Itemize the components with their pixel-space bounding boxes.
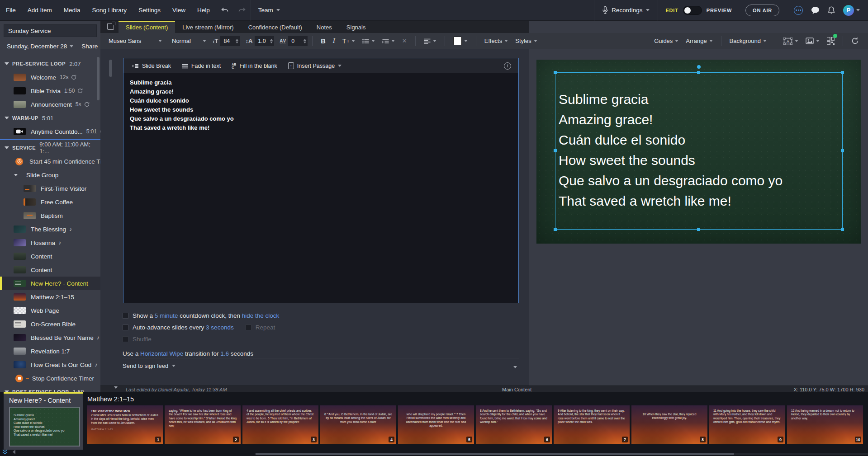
collapse-arrow-icon[interactable]	[5, 117, 9, 119]
slide-thumbnail-10[interactable]: 12 And being warned in a dream not to re…	[787, 405, 863, 444]
font-family-dropdown[interactable]: Museo Sans	[109, 38, 162, 44]
slide-thumbnail-4[interactable]: 6 “‘And you, O Bethlehem, in the land of…	[320, 405, 396, 444]
fade-in-text-button[interactable]: Fade in text	[177, 58, 225, 73]
popout-window-icon[interactable]	[107, 23, 114, 30]
scroll-left-icon[interactable]	[12, 450, 16, 454]
menu-settings[interactable]: Settings	[133, 0, 166, 21]
resize-handle[interactable]	[841, 71, 844, 74]
text-case-dropdown[interactable]: Tт	[339, 38, 359, 45]
indent-list-dropdown[interactable]	[379, 38, 398, 44]
editor-scrollbar-thumb[interactable]	[109, 60, 112, 77]
collapse-arrow-icon[interactable]	[5, 62, 9, 65]
tab-confidence-default[interactable]: Confidence (Default)	[241, 21, 309, 33]
collapse-filmstrip-icon[interactable]	[2, 449, 8, 454]
shuffle-checkbox[interactable]	[123, 336, 128, 342]
edit-preview-toggle[interactable]	[683, 6, 702, 15]
tab-notes[interactable]: Notes	[309, 21, 339, 33]
resize-handle[interactable]	[554, 71, 557, 74]
fill-in-the-blank-button[interactable]: ABC_ Fill in the blank	[227, 58, 282, 73]
service-date-label[interactable]: Sunday, December 28	[7, 43, 67, 50]
service-item-web-page[interactable]: Web Page	[0, 304, 100, 317]
line-height-input[interactable]: 1.0	[255, 36, 274, 46]
service-item-stop-confidence-timer[interactable]: Stop Confidence Timer	[0, 371, 100, 385]
lyrics-editor-panel[interactable]: Slide Break Fade in text ABC_ Fill in th…	[123, 58, 519, 303]
sidebar-scroll-more-icon[interactable]	[114, 386, 118, 389]
slide-thumbnail-1[interactable]: The Visit of the Wise Men2 Now after Jes…	[87, 405, 163, 444]
section-header-pre-service-loop[interactable]: PRE-SERVICE LOOP2:07	[0, 57, 100, 71]
menu-add-item[interactable]: Add Item	[22, 0, 58, 21]
slide-thumbnail-2[interactable]: saying, “Where is he who has been born k…	[165, 405, 241, 444]
collapse-arrow-icon[interactable]	[14, 174, 18, 176]
undo-button[interactable]	[216, 7, 233, 14]
letter-spacing-input[interactable]: 0	[288, 36, 308, 46]
service-item-revelation-1-7[interactable]: Revelation 1:7	[0, 344, 100, 358]
insert-passage-dropdown[interactable]: ↑ Insert Passage	[284, 58, 346, 73]
qr-code-button[interactable]	[823, 37, 838, 45]
filmstrip-scrollbar-thumb[interactable]	[256, 453, 734, 455]
stepper-arrows[interactable]	[270, 39, 273, 43]
slide-canvas[interactable]: Sublime graciaAmazing grace!Cuán dulce e…	[536, 60, 861, 244]
menu-song-library[interactable]: Song Library	[86, 0, 133, 21]
service-item-start-45-min-confidence-timer[interactable]: Start 45 min Confidence Timer	[0, 155, 100, 168]
service-item-anytime-countdo[interactable]: Anytime Countdo...5:01	[0, 125, 100, 138]
service-item-how-great-is-our-god[interactable]: How Great Is Our God♪	[0, 358, 100, 371]
section-collapse-icon[interactable]	[513, 366, 517, 368]
service-item-first-time-visitor[interactable]: First-Time Visitor	[0, 182, 100, 195]
service-item-announcement[interactable]: Announcement5s	[0, 98, 100, 111]
insert-textbox-dropdown[interactable]: A	[780, 38, 802, 45]
slide-thumbnail-7[interactable]: 9 After listening to the king, they went…	[554, 405, 630, 444]
recordings-menu[interactable]: Recordings	[594, 6, 658, 14]
service-item-welcome[interactable]: Welcome12s	[0, 71, 100, 84]
resize-handle[interactable]	[841, 228, 844, 231]
effects-dropdown[interactable]: Effects	[481, 38, 512, 44]
service-item-the-blessing[interactable]: The Blessing♪	[0, 222, 100, 236]
auto-advance-checkbox[interactable]	[123, 324, 128, 330]
share-button[interactable]: Share	[81, 43, 98, 50]
service-item-free-coffee[interactable]: Free Coffee	[0, 195, 100, 209]
auto-advance-interval-link[interactable]: 3 seconds	[206, 324, 234, 331]
tab-signals[interactable]: Signals	[339, 21, 373, 33]
send-to-sign-feed-dropdown[interactable]: Send to sign feed	[123, 362, 519, 369]
refresh-button[interactable]	[848, 37, 863, 45]
lyrics-text-editor[interactable]: Sublime graciaAmazing grace!Cuán dulce e…	[123, 73, 518, 137]
service-item-baptism[interactable]: Baptism	[0, 209, 100, 222]
chevron-down-icon[interactable]	[70, 45, 73, 47]
tab-slides-content[interactable]: Slides (Content)	[119, 21, 175, 33]
section-header-service[interactable]: SERVICE9:00 AM; 11:00 AM; 1:...	[0, 141, 100, 155]
section-header-warm-up[interactable]: WARM-UP5:01	[0, 111, 100, 125]
chat-icon[interactable]	[811, 6, 820, 14]
group-slide-group[interactable]: Slide Group	[0, 168, 100, 182]
help-more-icon[interactable]	[794, 6, 803, 15]
transition-type-link[interactable]: Horizontal Wipe	[140, 350, 183, 357]
service-item-blessed-be-your-name[interactable]: Blessed Be Your Name♪	[0, 331, 100, 344]
service-item-bible-trivia[interactable]: Bible Trivia1:50	[0, 84, 100, 98]
countdown-duration-link[interactable]: 5 minute	[155, 312, 178, 319]
menu-help[interactable]: Help	[191, 0, 216, 21]
slide-thumbnail-8[interactable]: 10 When they saw the star, they rejoiced…	[631, 405, 707, 444]
italic-button[interactable]: I	[329, 37, 339, 45]
service-name-field[interactable]: Sunday Service	[4, 24, 97, 37]
bold-button[interactable]: B	[317, 38, 329, 45]
text-style-dropdown[interactable]: Normal	[172, 38, 206, 44]
collapse-arrow-icon[interactable]	[5, 146, 9, 149]
background-dropdown[interactable]: Background	[726, 38, 770, 44]
resize-handle[interactable]	[554, 149, 557, 152]
team-menu[interactable]: Team	[251, 7, 287, 14]
resize-handle[interactable]	[554, 228, 557, 231]
filmstrip-selected-group[interactable]: New Here? - Content Sublime graciaAmazin…	[4, 392, 83, 450]
slide-thumbnail-6[interactable]: 8 And he sent them to Bethlehem, saying,…	[476, 405, 552, 444]
service-item-content[interactable]: Content	[0, 249, 100, 263]
resize-handle[interactable]	[697, 228, 700, 231]
selected-slide-thumbnail[interactable]: Sublime graciaAmazing grace!Cuán dulce e…	[9, 407, 80, 447]
info-icon[interactable]: i	[504, 62, 511, 70]
filmstrip-scrollbar[interactable]	[255, 453, 868, 455]
text-align-dropdown[interactable]	[420, 38, 440, 44]
slide-thumbnail-9[interactable]: 11 And going into the house, they saw th…	[709, 405, 785, 444]
slide-thumbnail-5[interactable]: who will shepherd my people Israel.’” 7 …	[398, 405, 474, 444]
slide-break-button[interactable]: Slide Break	[128, 58, 175, 73]
textbox-selection[interactable]: Sublime graciaAmazing grace!Cuán dulce e…	[555, 72, 843, 230]
service-item-matthew-2-1-15[interactable]: Matthew 2:1–15	[0, 290, 100, 304]
repeat-checkbox[interactable]	[246, 324, 251, 330]
bullet-list-dropdown[interactable]	[359, 38, 379, 44]
stepper-arrows[interactable]	[304, 39, 306, 43]
